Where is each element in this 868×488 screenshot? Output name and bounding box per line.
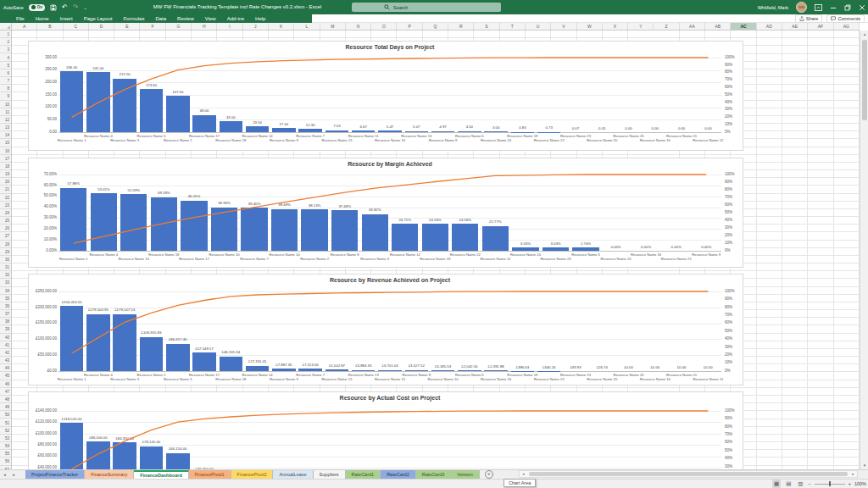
column-header-T[interactable]: T	[500, 23, 526, 30]
pareto-bar[interactable]	[91, 193, 117, 251]
column-header-G[interactable]: G	[166, 23, 192, 30]
pareto-bar[interactable]	[422, 224, 448, 251]
restore-button[interactable]	[844, 4, 851, 11]
column-header-Q[interactable]: Q	[423, 23, 448, 30]
pareto-bar[interactable]	[378, 130, 402, 132]
row-header-10[interactable]: 10	[0, 101, 11, 108]
row-header-29[interactable]: 29	[0, 248, 11, 256]
sheet-tab-suppliers[interactable]: Suppliers	[314, 470, 346, 479]
row-header-41[interactable]: 41	[0, 341, 11, 349]
pareto-bar[interactable]	[572, 247, 598, 251]
pareto-bar[interactable]	[326, 369, 349, 371]
row-header-23[interactable]: 23	[0, 202, 11, 209]
row-header-25[interactable]: 25	[0, 217, 11, 225]
horizontal-scrollbar-thumb[interactable]	[529, 472, 848, 476]
row-header-31[interactable]: 31	[0, 263, 11, 271]
pareto-bar[interactable]	[482, 226, 509, 251]
row-header-39[interactable]: 39	[0, 325, 11, 333]
scroll-left-icon[interactable]: ◂	[520, 472, 527, 476]
column-header-N[interactable]: N	[346, 23, 371, 30]
column-header-AC[interactable]: AC	[731, 23, 756, 30]
row-header-53[interactable]: 53	[0, 435, 11, 442]
row-header-49[interactable]: 49	[0, 403, 11, 411]
row-header-55[interactable]: 55	[0, 450, 11, 458]
column-header-B[interactable]: B	[37, 23, 63, 30]
share-button[interactable]: Share	[795, 14, 823, 23]
row-header-11[interactable]: 11	[0, 108, 11, 116]
pareto-bar[interactable]	[458, 370, 481, 371]
row-header-21[interactable]: 21	[0, 186, 11, 193]
comments-button[interactable]: Comments	[826, 14, 865, 23]
row-header-17[interactable]: 17	[0, 155, 11, 163]
row-header-36[interactable]: 36	[0, 302, 11, 310]
minimize-button[interactable]	[830, 4, 837, 11]
pareto-bar[interactable]	[166, 96, 190, 132]
scroll-up-icon[interactable]: ▴	[860, 30, 868, 38]
pareto-bar[interactable]	[272, 128, 296, 132]
search-box[interactable]: Search	[352, 3, 501, 12]
pareto-bar[interactable]	[298, 129, 322, 132]
row-header-14[interactable]: 14	[0, 131, 11, 139]
row-header-18[interactable]: 18	[0, 163, 11, 170]
pareto-bar[interactable]	[271, 209, 298, 251]
pareto-bar[interactable]	[86, 72, 110, 132]
sheet-tab-annualleave[interactable]: AnnualLeave	[273, 470, 313, 479]
sheet-tab-ratecard3[interactable]: RateCard3	[416, 470, 452, 479]
row-header-4[interactable]: 4	[0, 54, 11, 62]
column-header-J[interactable]: J	[243, 23, 269, 30]
row-header-46[interactable]: 46	[0, 380, 11, 388]
zoom-slider[interactable]	[815, 484, 845, 485]
pareto-bar[interactable]	[181, 201, 207, 251]
pareto-bar[interactable]	[60, 188, 86, 251]
column-header-Y[interactable]: Y	[628, 23, 654, 30]
row-header-50[interactable]: 50	[0, 411, 11, 419]
pareto-bar[interactable]	[298, 369, 322, 371]
menu-tab-page-layout[interactable]: Page Layout	[84, 16, 113, 21]
menu-tab-formulas[interactable]: Formulas	[123, 16, 144, 21]
row-header-20[interactable]: 20	[0, 178, 11, 186]
pareto-bar[interactable]	[331, 210, 358, 251]
row-header-30[interactable]: 30	[0, 256, 11, 263]
column-header-V[interactable]: V	[551, 23, 576, 30]
save-icon[interactable]	[50, 4, 57, 11]
row-header-47[interactable]: 47	[0, 388, 11, 396]
column-header-A[interactable]: A	[12, 23, 37, 30]
undo-icon[interactable]: ↶	[62, 4, 68, 11]
horizontal-scrollbar[interactable]: ◂ ▸	[519, 470, 858, 478]
sheet-tab-financesummary[interactable]: FinanceSummary	[85, 470, 134, 479]
row-header-33[interactable]: 33	[0, 279, 11, 286]
menu-tab-insert[interactable]: Insert	[60, 16, 73, 21]
row-header-38[interactable]: 38	[0, 318, 11, 325]
menu-tab-view[interactable]: View	[205, 16, 216, 21]
redo-icon[interactable]: ↷	[73, 4, 79, 11]
row-header-45[interactable]: 45	[0, 372, 11, 380]
column-header-AE[interactable]: AE	[782, 23, 808, 30]
row-header-5[interactable]: 5	[0, 62, 11, 69]
row-header-1[interactable]: 1	[0, 30, 11, 38]
sheet-tab-financepivot2[interactable]: FinancePivot2	[231, 470, 274, 479]
pareto-bar[interactable]	[272, 369, 296, 371]
column-header-AD[interactable]: AD	[757, 23, 782, 30]
row-header-51[interactable]: 51	[0, 419, 11, 427]
row-header-52[interactable]: 52	[0, 427, 11, 435]
pareto-bar[interactable]	[405, 131, 429, 132]
chart-margin[interactable]: Resource by Margin Achieved70.00%60.00%5…	[28, 158, 743, 268]
column-header-W[interactable]: W	[577, 23, 603, 30]
pareto-bar[interactable]	[512, 247, 538, 251]
sheet-tab-ratecard2[interactable]: RateCard2	[381, 470, 416, 479]
row-header-35[interactable]: 35	[0, 295, 11, 302]
sheet-tab-ratecard1[interactable]: RateCard1	[346, 470, 381, 479]
pareto-bar[interactable]	[378, 370, 402, 371]
column-header-X[interactable]: X	[603, 23, 628, 30]
autosave-toggle[interactable]: On	[29, 4, 45, 11]
chart-revenue[interactable]: Resource by Revenue Achieved on Project£…	[28, 274, 743, 385]
row-header-48[interactable]: 48	[0, 396, 11, 403]
scroll-right-icon[interactable]: ▸	[849, 472, 857, 476]
row-header-2[interactable]: 2	[0, 38, 11, 46]
column-header-K[interactable]: K	[269, 23, 294, 30]
sheet-tab-financepivot1[interactable]: FinancePivot1	[189, 470, 231, 479]
pareto-bar[interactable]	[301, 209, 327, 251]
column-header-E[interactable]: E	[114, 23, 140, 30]
pareto-bar[interactable]	[241, 208, 267, 251]
menu-tab-help[interactable]: Help	[255, 16, 265, 21]
